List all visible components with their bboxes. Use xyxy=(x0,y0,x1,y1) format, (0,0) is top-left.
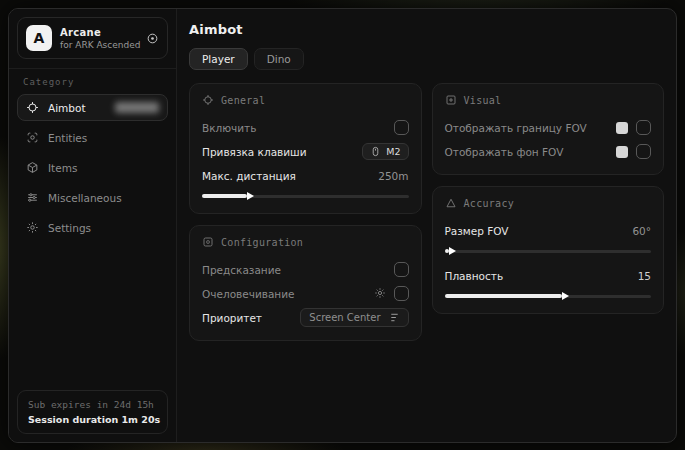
enable-checkbox[interactable] xyxy=(394,120,409,135)
sidebar-item-aimbot[interactable]: Aimbot xyxy=(17,94,168,121)
tab-dino[interactable]: Dino xyxy=(254,48,304,70)
list-icon xyxy=(389,312,400,323)
sidebar: A Arcane for ARK Ascended Category Aimbo… xyxy=(9,9,177,442)
sliders-icon xyxy=(26,191,39,204)
sidebar-nav: Aimbot Entities Items Miscellaneous xyxy=(17,94,168,241)
priority-dropdown[interactable]: Screen Center xyxy=(300,308,408,327)
sub-expiry-text: Sub expires in 24d 15h xyxy=(28,399,157,410)
accuracy-card: Accuracy Размер FOV 60° Плавность 15 xyxy=(432,186,665,314)
sidebar-item-label: Items xyxy=(48,162,77,174)
sidebar-item-entities[interactable]: Entities xyxy=(17,124,168,151)
sidebar-item-items[interactable]: Items xyxy=(17,154,168,181)
general-card: General Включить Привязка клавиши M2 xyxy=(189,83,422,214)
keybind-button[interactable]: M2 xyxy=(362,143,408,160)
brand-subtitle: for ARK Ascended xyxy=(60,40,138,50)
smoothness-label: Плавность xyxy=(445,270,504,282)
scan-icon xyxy=(26,131,39,144)
gear-icon xyxy=(26,221,39,234)
crosshair-icon xyxy=(202,94,214,106)
configuration-card: Configuration Предсказание Очеловечивани… xyxy=(189,225,422,341)
sidebar-item-settings[interactable]: Settings xyxy=(17,214,168,241)
triangle-icon xyxy=(445,197,457,209)
humanization-label: Очеловечивание xyxy=(202,288,295,300)
section-title: Accuracy xyxy=(464,198,515,209)
fov-background-checkbox[interactable] xyxy=(636,144,651,159)
sidebar-item-label: Miscellaneous xyxy=(48,192,122,204)
fov-size-slider[interactable] xyxy=(445,246,652,256)
slider-fill xyxy=(445,294,563,298)
frame-icon xyxy=(445,94,457,106)
keybind-value: M2 xyxy=(386,146,400,157)
prediction-label: Предсказание xyxy=(202,264,281,276)
fov-border-label: Отображать границу FOV xyxy=(445,122,587,134)
page-title: Aimbot xyxy=(189,22,664,37)
app-logo: A xyxy=(26,25,52,51)
max-distance-slider[interactable] xyxy=(202,191,409,201)
fov-border-checkbox[interactable] xyxy=(636,120,651,135)
slider-fill xyxy=(445,249,449,253)
section-title: Configuration xyxy=(221,237,303,248)
tab-player[interactable]: Player xyxy=(189,48,248,70)
brand-title: Arcane xyxy=(60,27,138,38)
config-icon xyxy=(202,236,214,248)
app-window: A Arcane for ARK Ascended Category Aimbo… xyxy=(8,8,677,443)
section-title: General xyxy=(221,95,265,106)
box-icon xyxy=(26,161,39,174)
priority-label: Приоритет xyxy=(202,312,262,324)
category-label: Category xyxy=(17,77,168,94)
fov-border-color-swatch[interactable] xyxy=(616,122,628,134)
keybind-label: Привязка клавиши xyxy=(202,146,307,158)
fov-size-label: Размер FOV xyxy=(445,225,509,237)
max-distance-value: 250m xyxy=(378,170,408,182)
prediction-checkbox[interactable] xyxy=(394,262,409,277)
sidebar-item-miscellaneous[interactable]: Miscellaneous xyxy=(17,184,168,211)
fov-size-value: 60° xyxy=(632,225,651,237)
smoothness-value: 15 xyxy=(638,270,651,282)
smoothness-slider[interactable] xyxy=(445,291,652,301)
target-icon[interactable] xyxy=(146,32,159,45)
blurred-text xyxy=(115,102,159,113)
section-title: Visual xyxy=(464,95,502,106)
slider-fill xyxy=(202,194,247,198)
subscription-info: Sub expires in 24d 15h Session duration … xyxy=(17,390,168,434)
tab-bar: Player Dino xyxy=(189,48,664,70)
fov-background-color-swatch[interactable] xyxy=(616,146,628,158)
brand-card: A Arcane for ARK Ascended xyxy=(17,17,168,59)
main-content: Aimbot Player Dino General Включить xyxy=(177,9,676,442)
crosshair-icon xyxy=(26,101,39,114)
sidebar-item-label: Settings xyxy=(48,222,91,234)
mouse-icon xyxy=(370,146,381,157)
gear-icon[interactable] xyxy=(374,287,386,301)
sidebar-item-label: Aimbot xyxy=(48,102,86,114)
priority-value: Screen Center xyxy=(309,312,380,323)
session-duration-text: Session duration 1m 20s xyxy=(28,414,157,425)
max-distance-label: Макс. дистанция xyxy=(202,170,296,182)
fov-background-label: Отображать фон FOV xyxy=(445,146,564,158)
enable-label: Включить xyxy=(202,122,256,134)
visual-card: Visual Отображать границу FOV Отображать… xyxy=(432,83,665,175)
humanization-checkbox[interactable] xyxy=(394,286,409,301)
sidebar-item-label: Entities xyxy=(48,132,87,144)
sidebar-divider xyxy=(9,68,176,69)
